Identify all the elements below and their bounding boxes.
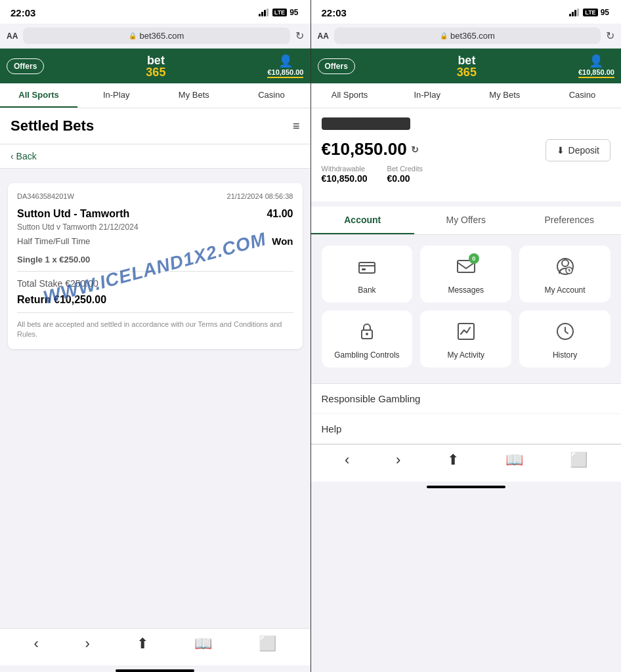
- grid-item-my-account[interactable]: My Account: [519, 245, 610, 303]
- share-btn-right[interactable]: ⬆: [447, 452, 459, 469]
- logo-left: bet 365: [146, 54, 165, 78]
- page-content-left: Settled Bets ≡ ‹ Back WWW.ICELAND1X2.COM…: [0, 108, 310, 628]
- logo-bet-left: bet: [147, 54, 165, 66]
- account-area-right[interactable]: 👤 €10,850.00: [578, 54, 614, 78]
- help-item[interactable]: Help: [311, 414, 622, 444]
- bookmarks-btn-right[interactable]: 📖: [505, 452, 523, 469]
- casino-left[interactable]: Casino: [232, 83, 310, 108]
- refresh-balance-icon[interactable]: ↻: [411, 144, 419, 155]
- in-play-right[interactable]: In-Play: [389, 83, 466, 108]
- url-bar-left[interactable]: 🔒 bet365.com: [23, 28, 289, 44]
- sports-menu-right: All Sports In-Play My Bets Casino: [311, 83, 622, 108]
- url-bar-right[interactable]: 🔒 bet365.com: [334, 28, 601, 44]
- tabs-btn-left[interactable]: ⬜: [259, 635, 276, 652]
- tabs-btn-right[interactable]: ⬜: [570, 452, 588, 469]
- history-icon: [555, 321, 576, 346]
- back-btn-right[interactable]: ‹: [345, 452, 349, 469]
- bet-datetime: 21/12/2024 08:56:38: [227, 192, 293, 200]
- url-text-right: bet365.com: [450, 31, 495, 41]
- status-icons-right: LTE 95: [569, 8, 610, 17]
- nav-bar-right: Offers bet 365 👤 €10,850.00: [311, 49, 622, 83]
- bookmarks-btn-left[interactable]: 📖: [194, 635, 212, 652]
- match-odds: 41.00: [267, 208, 293, 220]
- logo-365-left: 365: [146, 66, 165, 78]
- my-activity-icon: [456, 321, 477, 346]
- bets-content: WWW.ICELAND1X2.COM DA3463584201W 21/12/2…: [0, 169, 310, 357]
- refresh-btn-right[interactable]: ↻: [606, 30, 614, 42]
- deposit-label: Deposit: [568, 145, 599, 156]
- logo-right: bet 365: [457, 54, 477, 78]
- share-btn-left[interactable]: ⬆: [137, 635, 148, 652]
- balance-left-col: €10,850.00 ↻ Withdrawable €10,850.00 Bet…: [322, 139, 423, 184]
- offers-btn-left[interactable]: Offers: [7, 58, 44, 74]
- divider1: [17, 271, 293, 272]
- stake-row: Total Stake €250.00: [17, 278, 293, 289]
- grid-item-bank[interactable]: Bank: [322, 245, 413, 303]
- address-bar-right[interactable]: AA 🔒 bet365.com ↻: [311, 24, 622, 49]
- grid-item-my-activity[interactable]: My Activity: [420, 310, 511, 368]
- status-icons-left: LTE 95: [259, 8, 300, 17]
- aa-left[interactable]: AA: [7, 32, 18, 41]
- bottom-bar-left: ‹ › ⬆ 📖 ⬜: [0, 628, 310, 665]
- tab-my-offers[interactable]: My Offers: [414, 207, 518, 234]
- all-sports-right[interactable]: All Sports: [311, 83, 389, 108]
- bottom-bar-right: ‹ › ⬆ 📖 ⬜: [311, 444, 622, 482]
- logo-bet-right: bet: [458, 54, 475, 66]
- forward-btn-left[interactable]: ›: [85, 635, 89, 652]
- in-play-left[interactable]: In-Play: [77, 83, 155, 108]
- user-icon-left: 👤: [278, 54, 293, 68]
- all-sports-left[interactable]: All Sports: [0, 83, 77, 108]
- offers-btn-right[interactable]: Offers: [318, 58, 355, 74]
- url-text-left: bet365.com: [139, 31, 184, 41]
- grid-item-history[interactable]: History: [519, 310, 610, 368]
- bet-type-row: Half Time/Full Time Won: [17, 236, 293, 247]
- bet-id-row: DA3463584201W 21/12/2024 08:56:38: [17, 192, 293, 200]
- my-bets-left[interactable]: My Bets: [155, 83, 232, 108]
- back-btn-left[interactable]: ‹: [33, 635, 38, 652]
- time-right: 22:03: [322, 7, 347, 18]
- status-bar-right: 22:03 LTE 95: [311, 0, 622, 24]
- balance-right: €10,850.00: [578, 68, 614, 78]
- battery-left: 95: [289, 8, 299, 17]
- account-tabs: Account My Offers Preferences: [311, 207, 622, 235]
- grid-item-messages[interactable]: 0 Messages: [420, 245, 511, 303]
- grid-item-gambling-controls[interactable]: Gambling Controls: [322, 310, 413, 368]
- withdrawable-label: Withdrawable: [322, 165, 368, 173]
- withdrawable-value: €10,850.00: [322, 173, 368, 184]
- refresh-btn-left[interactable]: ↻: [295, 30, 304, 42]
- account-area-left[interactable]: 👤 €10,850.00: [267, 54, 303, 78]
- my-activity-label: My Activity: [447, 350, 484, 360]
- bet-id: DA3463584201W: [17, 192, 74, 200]
- deposit-button[interactable]: ⬇ Deposit: [546, 139, 610, 161]
- battery-right: 95: [601, 8, 610, 17]
- casino-right[interactable]: Casino: [544, 83, 621, 108]
- right-phone: 22:03 LTE 95 AA 🔒 bet365.com: [310, 0, 622, 672]
- messages-icon: 0: [456, 256, 477, 282]
- back-link[interactable]: ‹ Back: [0, 144, 310, 169]
- tab-preferences[interactable]: Preferences: [518, 207, 622, 234]
- sports-menu-left: All Sports In-Play My Bets Casino: [0, 83, 310, 108]
- svg-rect-1: [362, 268, 366, 270]
- menu-icon[interactable]: ≡: [293, 119, 300, 133]
- signal-left: [259, 9, 268, 16]
- forward-btn-right[interactable]: ›: [396, 452, 400, 469]
- my-account-icon: [555, 256, 576, 282]
- lock-icon-left: 🔒: [129, 32, 137, 39]
- my-bets-right[interactable]: My Bets: [466, 83, 544, 108]
- gambling-controls-icon: [356, 321, 377, 346]
- responsible-gambling-item[interactable]: Responsible Gambling: [311, 384, 622, 414]
- nav-bar-left: Offers bet 365 👤 €10,850.00: [0, 49, 310, 83]
- account-grid: Bank 0 Messages: [311, 235, 622, 378]
- address-bar-left[interactable]: AA 🔒 bet365.com ↻: [0, 24, 310, 49]
- aa-right[interactable]: AA: [318, 32, 329, 41]
- tab-account[interactable]: Account: [311, 207, 415, 234]
- svg-rect-0: [359, 262, 375, 273]
- signal-right: [569, 9, 579, 16]
- balance-block: €10,850.00 ↻ Withdrawable €10,850.00 Bet…: [322, 139, 611, 184]
- bank-icon: [356, 256, 377, 282]
- lte-left: LTE: [272, 9, 287, 16]
- balance-left: €10,850.00: [267, 68, 303, 78]
- withdrawable-item: Withdrawable €10,850.00: [322, 165, 368, 184]
- home-indicator-left: [116, 669, 194, 672]
- disclaimer: All bets are accepted and settled in acc…: [17, 312, 293, 340]
